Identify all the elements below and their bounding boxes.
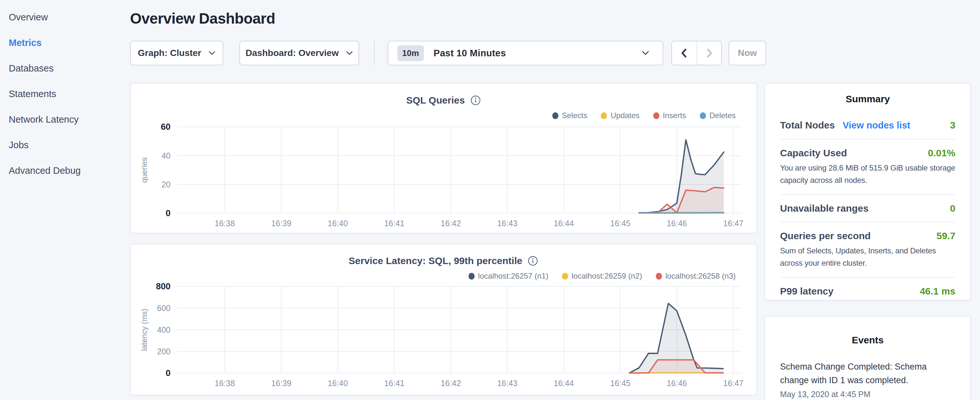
- summary-row: Capacity Used0.01%: [780, 147, 955, 159]
- events-title: Events: [780, 335, 955, 346]
- svg-text:800: 800: [156, 282, 170, 291]
- svg-text:20: 20: [161, 180, 170, 189]
- dashboard-dropdown-label: Dashboard: Overview: [245, 48, 339, 58]
- time-step-buttons: [671, 41, 722, 65]
- summary-divider: [780, 222, 955, 222]
- chevron-down-icon: [641, 51, 650, 56]
- dashboard-dropdown[interactable]: Dashboard: Overview: [239, 41, 359, 65]
- events-panel: Events Schema Change Completed: Schema c…: [765, 316, 971, 400]
- svg-text:16:40: 16:40: [328, 379, 348, 388]
- svg-text:200: 200: [157, 347, 170, 356]
- graph-dropdown[interactable]: Graph: Cluster: [130, 41, 223, 65]
- svg-text:16:40: 16:40: [328, 219, 348, 228]
- sidebar-item-network-latency[interactable]: Network Latency: [9, 107, 127, 132]
- svg-text:16:42: 16:42: [441, 219, 461, 228]
- summary-title: Summary: [780, 94, 955, 105]
- svg-text:0: 0: [165, 209, 170, 218]
- summary-row-label: P99 latency: [780, 285, 834, 297]
- svg-text:60: 60: [161, 122, 170, 132]
- svg-text:16:46: 16:46: [667, 219, 687, 228]
- now-button[interactable]: Now: [729, 41, 766, 65]
- sidebar-item-jobs[interactable]: Jobs: [9, 132, 127, 158]
- sidebar-item-overview[interactable]: Overview: [9, 5, 127, 30]
- summary-row: Total NodesView nodes list3: [780, 120, 955, 131]
- chevron-down-icon: [208, 51, 215, 55]
- summary-row-label: Capacity Used: [780, 147, 847, 159]
- summary-row-value: 59.7: [937, 230, 955, 241]
- svg-text:400: 400: [157, 325, 170, 334]
- step-forward-button[interactable]: [697, 41, 721, 65]
- summary-row-description: You are using 28.6 MiB of 515.9 GiB usab…: [780, 162, 955, 186]
- chevron-down-icon: [346, 51, 353, 55]
- events-list: Schema Change Completed: Schema change w…: [780, 360, 955, 399]
- summary-row-label: Unavailable ranges: [780, 202, 869, 214]
- controls-divider: [374, 41, 375, 65]
- event-timestamp: May 13, 2020 at 4:45 PM: [780, 390, 955, 399]
- svg-text:16:38: 16:38: [215, 219, 235, 228]
- chevron-left-icon: [679, 48, 690, 59]
- time-window-badge: 10m: [397, 45, 424, 61]
- view-nodes-list-link[interactable]: View nodes list: [843, 120, 910, 131]
- summary-divider: [780, 139, 955, 139]
- sidebar-item-databases[interactable]: Databases: [9, 56, 127, 81]
- summary-row-value: 46.1 ms: [920, 285, 955, 297]
- svg-text:40: 40: [161, 151, 170, 160]
- summary-divider: [780, 194, 955, 195]
- sidebar-item-metrics[interactable]: Metrics: [9, 30, 127, 56]
- svg-text:16:44: 16:44: [554, 219, 574, 228]
- summary-row-description: Sum of Selects, Updates, Inserts, and De…: [780, 245, 955, 269]
- service-latency-plot[interactable]: 020040060080016:3816:3916:4016:4116:4216…: [131, 244, 756, 395]
- summary-row-value: 0: [950, 202, 955, 214]
- sql-queries-plot[interactable]: 020406016:3816:3916:4016:4116:4216:4316:…: [131, 84, 756, 233]
- summary-row: P99 latency46.1 ms: [780, 285, 955, 297]
- svg-text:16:42: 16:42: [441, 379, 461, 388]
- svg-text:16:41: 16:41: [384, 219, 404, 228]
- svg-text:16:45: 16:45: [610, 379, 631, 388]
- chevron-right-icon: [704, 48, 715, 59]
- summary-panel: Summary Total NodesView nodes list3Capac…: [765, 83, 971, 301]
- svg-text:16:39: 16:39: [271, 379, 291, 388]
- summary-row-value: 3: [950, 120, 955, 131]
- summary-row-label: Total Nodes: [780, 120, 835, 131]
- time-window-label: Past 10 Minutes: [434, 48, 506, 59]
- svg-text:16:47: 16:47: [723, 219, 743, 228]
- svg-text:16:41: 16:41: [384, 379, 404, 388]
- svg-text:16:43: 16:43: [497, 219, 518, 228]
- event-text: Schema Change Completed: Schema change w…: [780, 360, 942, 387]
- summary-row: Unavailable ranges0: [780, 202, 955, 214]
- svg-text:0: 0: [165, 368, 170, 378]
- service-latency-chart-card: Service Latency: SQL, 99th percentile lo…: [130, 244, 757, 395]
- step-back-button[interactable]: [672, 41, 697, 65]
- time-range-picker[interactable]: 10m Past 10 Minutes: [388, 41, 663, 65]
- svg-text:600: 600: [157, 304, 170, 312]
- svg-text:16:47: 16:47: [723, 379, 743, 388]
- summary-row-value: 0.01%: [928, 147, 955, 159]
- page-title: Overview Dashboard: [130, 10, 275, 27]
- svg-text:16:45: 16:45: [610, 219, 631, 228]
- summary-row: Queries per second59.7: [780, 230, 955, 241]
- svg-text:queries: queries: [140, 157, 148, 183]
- sidebar-item-advanced-debug[interactable]: Advanced Debug: [9, 158, 127, 183]
- summary-divider: [780, 277, 955, 278]
- svg-text:16:39: 16:39: [271, 219, 291, 228]
- sidebar-item-statements[interactable]: Statements: [9, 81, 127, 107]
- summary-row-label: Queries per second: [780, 230, 871, 241]
- sidebar: OverviewMetricsDatabasesStatementsNetwor…: [0, 0, 127, 183]
- graph-dropdown-label: Graph: Cluster: [138, 48, 201, 58]
- sql-queries-chart-card: SQL Queries SelectsUpdatesInsertsDeletes…: [130, 83, 757, 233]
- svg-text:16:38: 16:38: [215, 379, 235, 388]
- summary-rows: Total NodesView nodes list3Capacity Used…: [780, 120, 955, 297]
- svg-text:16:44: 16:44: [554, 379, 574, 388]
- svg-text:latency (ms): latency (ms): [140, 309, 148, 351]
- svg-text:16:43: 16:43: [497, 379, 518, 388]
- svg-text:16:46: 16:46: [667, 379, 687, 388]
